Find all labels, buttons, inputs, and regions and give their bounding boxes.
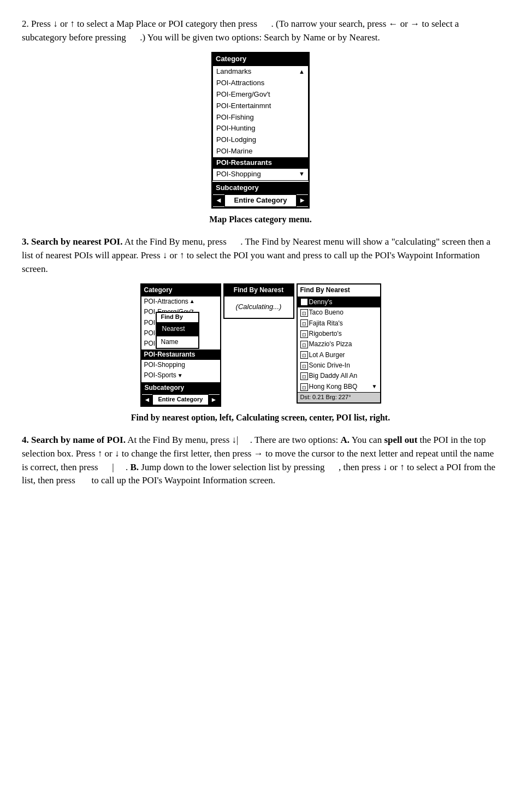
cat-item-attractions: POI-Attractions <box>213 78 308 89</box>
find-by-overlay: Find By Nearest Name <box>156 312 199 349</box>
poi-icon-sonic: ⊡ <box>300 362 308 370</box>
section-4-text1: At the Find By menu, press ↓| . There ar… <box>127 435 340 445</box>
subcat-left-btn[interactable]: ◄ <box>213 195 224 206</box>
map-places-caption: Map Places category menu. <box>22 213 499 226</box>
left-item-restaurants: POI-Restaurants <box>141 349 220 360</box>
right-item-rigoberto: ⊡ Rigoberto's <box>298 329 380 339</box>
cat-item-landmarks: Landmarks ▲ <box>213 66 308 78</box>
cat-item-shopping: POI-Shopping ▼ <box>213 169 308 180</box>
category-menu-body: Landmarks ▲ POI-Attractions POI-Emerg/Go… <box>212 66 309 180</box>
find-by-nearest-caption: Find by nearest option, left, Calculatin… <box>22 411 499 424</box>
scroll-down-indicator: ▼ <box>299 170 305 179</box>
left-item-sports: POI-Sports ▼ <box>141 370 220 381</box>
right-panel: Find By Nearest ⊡ Denny's ⊡ Taco Bueno ⊡… <box>297 283 381 404</box>
poi-icon-hongkong: ⊡ <box>300 383 308 391</box>
poi-icon-mazzio: ⊡ <box>300 341 308 348</box>
right-item-dennys: ⊡ Denny's <box>298 297 380 307</box>
right-panel-header: Find By Nearest <box>298 285 380 297</box>
right-item-hongkong: ⊡ Hong Kong BBQ ▼ <box>298 382 380 392</box>
cat-item-restaurants: POI-Restaurants <box>213 157 308 169</box>
left-panel-header: Category <box>141 285 220 296</box>
cat-item-marine: POI-Marine <box>213 146 308 157</box>
section-4-bold-a: A. <box>341 435 350 445</box>
section-3-bold: 3. Search by nearest POI. <box>22 236 122 247</box>
scroll-up-indicator: ▲ <box>299 68 305 76</box>
left-item-shopping: POI-Shopping <box>141 360 220 370</box>
section-3: 3. Search by nearest POI. At the Find By… <box>22 235 499 276</box>
subcat-text: Entire Category <box>224 194 297 207</box>
left-subcat-left[interactable]: ◄ <box>142 395 153 405</box>
poi-icon-bigdaddy: ⊡ <box>300 372 308 380</box>
right-item-bigdaddy: ⊡ Big Daddy All An <box>298 371 380 381</box>
right-item-tacobueno: ⊡ Taco Bueno <box>298 307 380 318</box>
center-panel-header: Find By Nearest <box>224 285 293 296</box>
poi-icon-lota: ⊡ <box>300 351 308 359</box>
cat-item-entertainment: POI-Entertainmnt <box>213 100 308 112</box>
section-4: 4. Search by name of POI. At the Find By… <box>22 434 499 488</box>
poi-icon-dennys: ⊡ <box>300 298 308 306</box>
right-item-mazzio: ⊡ Mazzio's Pizza <box>298 339 380 349</box>
left-subcat-right[interactable]: ► <box>209 395 220 405</box>
category-menu-header: Category <box>212 53 309 66</box>
poi-icon-fajita: ⊡ <box>300 319 308 327</box>
cat-item-lodging: POI-Lodging <box>213 134 308 146</box>
center-panel: Find By Nearest (Calculating...) <box>223 283 294 318</box>
calculating-text: (Calculating...) <box>224 297 293 318</box>
right-panel-footer: Dst: 0.21 Brg: 227° <box>298 392 380 402</box>
right-item-lotaburger: ⊡ Lot A Burger <box>298 350 380 360</box>
section-4-bold-b: B. <box>130 462 139 472</box>
subcategory-nav: ◄ Entire Category ► <box>212 194 309 208</box>
section-4-bold: 4. Search by name of POI. <box>22 435 126 445</box>
poi-icon-rigoberto: ⊡ <box>300 330 308 338</box>
left-subcat-text: Entire Category <box>152 394 208 405</box>
left-subcat-nav: ◄ Entire Category ► <box>141 394 220 406</box>
left-item-attractions: POI-Attractions ▲ <box>141 297 220 307</box>
section-4-text2: You can <box>350 435 384 445</box>
category-menu: Category Landmarks ▲ POI-Attractions POI… <box>211 52 310 209</box>
section-4-spell-out: spell out <box>384 435 417 445</box>
cat-item-emerg: POI-Emerg/Gov't <box>213 89 308 100</box>
left-subcat-header: Subcategory <box>141 382 220 394</box>
cat-item-hunting: POI-Hunting <box>213 123 308 134</box>
subcat-right-btn[interactable]: ► <box>297 195 308 206</box>
right-item-fajita: ⊡ Fajita Rita's <box>298 318 380 329</box>
section-2-text: 2. Press ↓ or ↑ to select a Map Place or… <box>22 19 459 43</box>
find-by-label: Find By <box>157 313 198 322</box>
right-item-sonic: ⊡ Sonic Drive-In <box>298 360 380 371</box>
find-by-name[interactable]: Name <box>157 336 198 348</box>
section-2: 2. Press ↓ or ↑ to select a Map Place or… <box>22 17 499 44</box>
three-panel-container: Category POI-Attractions ▲ POI-Emerg/Gov… <box>22 283 499 407</box>
left-panel-wrapper: Category POI-Attractions ▲ POI-Emerg/Gov… <box>140 283 221 407</box>
category-menu-container: Category Landmarks ▲ POI-Attractions POI… <box>22 52 499 209</box>
find-by-nearest[interactable]: Nearest <box>157 322 198 336</box>
cat-item-fishing: POI-Fishing <box>213 112 308 123</box>
poi-icon-taco: ⊡ <box>300 309 308 317</box>
subcategory-header: Subcategory <box>212 182 309 194</box>
